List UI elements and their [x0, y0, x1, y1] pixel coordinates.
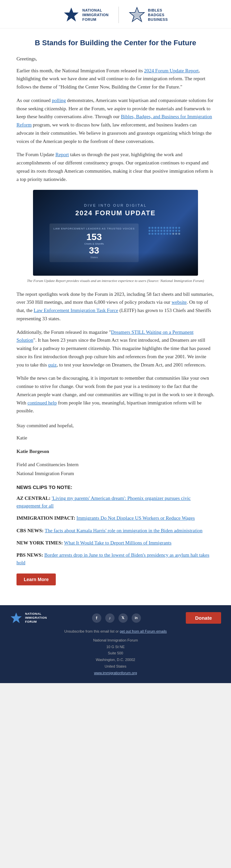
unsubscribe-all-link[interactable]: get out from all Forum emails [120, 629, 167, 633]
bibles-badges-link[interactable]: Bibles, Badges, and Business for Immigra… [16, 114, 212, 127]
footer-top: NATIONAL IMMIGRATION FORUM f ♪ 𝕏 in Dona… [10, 612, 221, 624]
stat1-label: Chiefs & Sheriffs [54, 242, 135, 245]
paragraph-5: Additionally, the Forum released its mag… [16, 328, 214, 369]
facebook-icon[interactable]: f [92, 614, 101, 623]
header: NATIONAL IMMIGRATION FORUM BIBLES BADGES… [0, 0, 231, 28]
banner-caption: The Forum Update Report provides visuals… [16, 278, 214, 283]
news-link-3[interactable]: The facts about Kamala Harris' role on i… [45, 528, 203, 533]
nif-star-icon [63, 7, 79, 23]
banner-top-label: Dive Into Our Digital [84, 204, 147, 207]
paragraph-2: As our continued polling demonstrates, A… [16, 96, 214, 146]
greeting-text: Greetings, [16, 56, 214, 62]
news-section-title: NEWS CLIPS TO NOTE: [16, 484, 214, 490]
news-link-2[interactable]: Immigrants Do Not Displace US Workers or… [76, 516, 195, 521]
learn-more-button[interactable]: Learn More [16, 574, 56, 585]
footer-unsubscribe: Unsubscribe from this email list or get … [10, 629, 221, 633]
news-item-1: AZ CENTRAL: 'Living my parents' American… [16, 495, 214, 510]
footer-social: f ♪ 𝕏 in [92, 614, 141, 623]
linkedin-icon[interactable]: in [132, 614, 141, 623]
email-wrapper: NATIONAL IMMIGRATION FORUM BIBLES BADGES… [0, 0, 231, 683]
footer-address: National Immigration Forum 10 G St NE Su… [10, 637, 221, 677]
donate-button[interactable]: Donate [186, 612, 221, 624]
logo-divider [119, 7, 119, 23]
bbb-logo: BIBLES BADGES BUSINESS [129, 7, 168, 23]
svg-marker-3 [10, 613, 22, 623]
news-item-4: NEW YORK TIMES: What It Would Take to De… [16, 539, 214, 547]
paragraph-3: The Forum Update Report takes us through… [16, 151, 214, 183]
twitter-x-icon[interactable]: 𝕏 [119, 614, 128, 623]
news-source-1: AZ CENTRAL: [16, 496, 51, 501]
news-source-5: PBS NEWS: [16, 552, 43, 558]
forum-update-report-link[interactable]: 2024 Forum Update Report [144, 68, 199, 73]
laptop-overlay [33, 253, 198, 276]
author-name: Katie Borgeson [16, 447, 214, 456]
banner-container: Dive Into Our Digital 2024 FORUM UPDATE … [16, 190, 214, 283]
news-item-3: CBS NEWS: The facts about Kamala Harris'… [16, 527, 214, 534]
footer-logo: NATIONAL IMMIGRATION FORUM [10, 612, 47, 624]
paragraph-1: Earlier this month, the National Immigra… [16, 67, 214, 91]
nif-logo: NATIONAL IMMIGRATION FORUM [63, 7, 108, 23]
nif-logo-text: NATIONAL IMMIGRATION FORUM [82, 8, 108, 22]
news-section: NEWS CLIPS TO NOTE: AZ CENTRAL: 'Living … [16, 484, 214, 567]
banner-title: 2024 FORUM UPDATE [75, 209, 156, 217]
author-title1: Field and Constituencies Intern [16, 461, 214, 469]
quiz-link[interactable]: quiz [48, 362, 57, 368]
page-title: B Stands for Building the Center for the… [16, 38, 214, 48]
news-source-3: CBS NEWS: [16, 528, 43, 533]
paragraph-4: The report spotlights work done by the F… [16, 290, 214, 323]
signature: Stay committed and hopeful, Katie Katie … [16, 422, 214, 478]
paragraph-6: While the news can be discouraging, it i… [16, 374, 214, 415]
news-source-2: IMMIGRATION IMPACT: [16, 516, 75, 521]
tiktok-icon[interactable]: ♪ [105, 614, 114, 623]
website-footer-link[interactable]: www.immigrationforum.org [94, 671, 137, 675]
dreamers-magazine-link[interactable]: Dreamers STILL Waiting on a Permanent So… [16, 330, 193, 343]
news-source-4: NEW YORK TIMES: [16, 540, 63, 546]
closing-line1: Stay committed and hopeful, [16, 422, 214, 430]
footer: NATIONAL IMMIGRATION FORUM f ♪ 𝕏 in Dona… [0, 605, 231, 683]
forum-update-banner: Dive Into Our Digital 2024 FORUM UPDATE … [33, 190, 198, 276]
leitf-link[interactable]: Law Enforcement Immigration Task Force [34, 308, 118, 313]
closing-line3: Katie [16, 434, 214, 442]
news-item-2: IMMIGRATION IMPACT: Immigrants Do Not Di… [16, 515, 214, 522]
footer-logo-text: NATIONAL IMMIGRATION FORUM [25, 612, 47, 624]
stat1-number: 153 [54, 232, 135, 242]
main-content: B Stands for Building the Center for the… [0, 28, 231, 605]
banner-dots [148, 223, 182, 235]
author-title2: National Immigration Forum [16, 469, 214, 478]
news-link-5[interactable]: Border arrests drop in June to the lowes… [16, 552, 209, 565]
bbb-logo-text: BIBLES BADGES BUSINESS [148, 8, 168, 22]
learn-more-container: Learn More [16, 574, 214, 585]
panel-label: Law Enforcement Leaders as Trusted Voice… [54, 227, 135, 230]
svg-marker-0 [64, 8, 78, 22]
continued-help-link[interactable]: continued help [27, 400, 57, 405]
news-link-4[interactable]: What It Would Take to Deport Millions of… [64, 540, 171, 546]
bbb-icon [129, 7, 145, 23]
news-item-5: PBS NEWS: Border arrests drop in June to… [16, 551, 214, 567]
website-link[interactable]: website [172, 300, 187, 305]
footer-star-icon [10, 612, 23, 624]
report-link[interactable]: Report [56, 152, 69, 157]
polling-link[interactable]: polling [52, 98, 66, 103]
